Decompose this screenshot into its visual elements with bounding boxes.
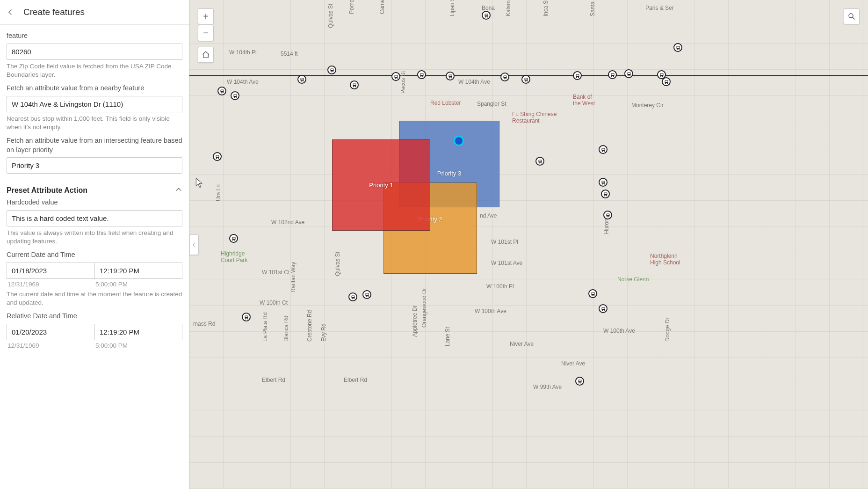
current-time-input[interactable] [94,263,182,279]
bus-stop-icon[interactable] [417,70,426,79]
svg-point-66 [232,240,233,241]
svg-rect-77 [352,296,354,297]
bus-stop-icon[interactable] [521,75,530,84]
svg-point-86 [677,49,678,50]
map-canvas[interactable]: W 104th Pl5514 ftW 104th AveW 104th AveQ… [189,0,868,489]
field-label: feature [7,31,182,41]
collapse-panel-button[interactable] [189,234,199,255]
zoom-out-button[interactable]: − [198,25,214,41]
svg-rect-29 [449,75,451,76]
default-time: 5:00:00 PM [94,281,182,288]
bus-stop-icon[interactable] [217,87,226,95]
svg-rect-1 [221,90,223,91]
svg-rect-81 [485,14,487,15]
svg-point-55 [662,76,663,77]
field-hint: This value is always written into this f… [7,229,182,246]
bus-stop-icon[interactable] [362,290,371,299]
search-button[interactable] [844,8,860,24]
bus-stop-icon[interactable] [391,72,400,81]
svg-point-114 [602,183,603,184]
svg-point-23 [397,78,398,79]
field-nearby: Fetch an attribute value from a nearby f… [7,84,182,131]
svg-rect-17 [353,84,355,85]
svg-point-111 [604,151,605,152]
svg-rect-37 [525,78,527,80]
svg-point-47 [613,76,614,77]
bus-stop-icon[interactable] [624,69,633,78]
bus-stop-icon[interactable] [446,72,455,80]
bus-stop-icon[interactable] [327,66,336,74]
bus-stop-icon[interactable] [535,157,544,166]
back-button[interactable] [5,7,16,18]
default-time: 5:00:00 PM [94,342,182,349]
svg-point-62 [216,158,217,159]
svg-rect-85 [677,46,679,48]
field-label: Relative Date and Time [7,312,182,321]
relative-date-input[interactable] [7,324,94,340]
bus-stop-icon[interactable] [588,289,597,298]
bus-stop-icon[interactable] [482,11,491,20]
zoom-in-button[interactable]: + [198,8,214,24]
priority-1-overlay[interactable]: Priority 1 [332,139,430,231]
panel-title: Create features [23,7,85,17]
bus-stop-icon[interactable] [662,77,671,86]
svg-point-63 [218,158,219,159]
bus-stop-icon[interactable] [599,178,608,187]
svg-rect-9 [301,78,303,80]
bus-stop-icon[interactable] [500,73,509,81]
panel-body[interactable]: feature The Zip Code field value is fetc… [0,25,189,489]
svg-point-30 [449,77,450,78]
bus-stop-icon[interactable] [603,211,612,219]
bus-stop-icon[interactable] [213,152,222,161]
svg-point-106 [539,162,540,163]
bus-stop-icon[interactable] [229,234,238,243]
svg-point-18 [353,86,354,87]
svg-point-107 [541,162,542,163]
search-icon [847,12,856,21]
bus-stop-icon[interactable] [673,43,682,52]
bus-stop-icon[interactable] [297,75,306,84]
nearby-input[interactable] [7,96,182,112]
svg-point-42 [576,77,577,78]
relative-time-input[interactable] [94,324,182,340]
svg-point-19 [355,86,356,87]
svg-point-71 [247,318,248,319]
current-date-input[interactable] [7,263,94,279]
svg-point-110 [602,151,603,152]
bus-stop-icon[interactable] [242,313,251,321]
svg-rect-89 [604,193,607,194]
svg-point-118 [579,382,579,383]
home-icon [202,51,210,59]
svg-point-79 [354,298,354,299]
zip-input[interactable] [7,44,182,60]
svg-point-98 [602,310,603,311]
layer-priority-input[interactable] [7,157,182,174]
bus-stop-icon[interactable] [231,91,239,100]
preset-section-header[interactable]: Preset Attribute Action [7,186,182,195]
bus-stop-icon[interactable] [599,304,608,313]
create-features-panel: Create features feature The Zip Code fie… [0,0,189,489]
svg-point-38 [525,80,526,81]
hardcoded-input[interactable] [7,210,182,226]
bus-stop-icon[interactable] [575,377,584,386]
home-extent-button[interactable] [198,47,214,63]
svg-point-6 [234,97,235,98]
svg-point-2 [221,92,222,93]
chevron-up-icon [175,186,182,195]
bus-stop-icon[interactable] [350,80,359,89]
bus-stop-icon[interactable] [601,190,610,198]
priority-label: Priority 1 [369,182,393,189]
default-date: 12/31/1969 [7,342,94,349]
svg-rect-105 [539,160,541,161]
svg-point-51 [629,75,630,76]
svg-point-14 [331,71,332,72]
bus-stop-icon[interactable] [599,145,608,154]
svg-point-119 [580,382,581,383]
svg-point-11 [303,80,304,81]
field-hint: The Zip Code field value is fetched from… [7,62,182,79]
chevron-left-icon [191,242,197,248]
svg-rect-33 [504,76,506,77]
bus-stop-icon[interactable] [348,292,357,301]
bus-stop-icon[interactable] [573,71,582,80]
bus-stop-icon[interactable] [608,70,617,79]
